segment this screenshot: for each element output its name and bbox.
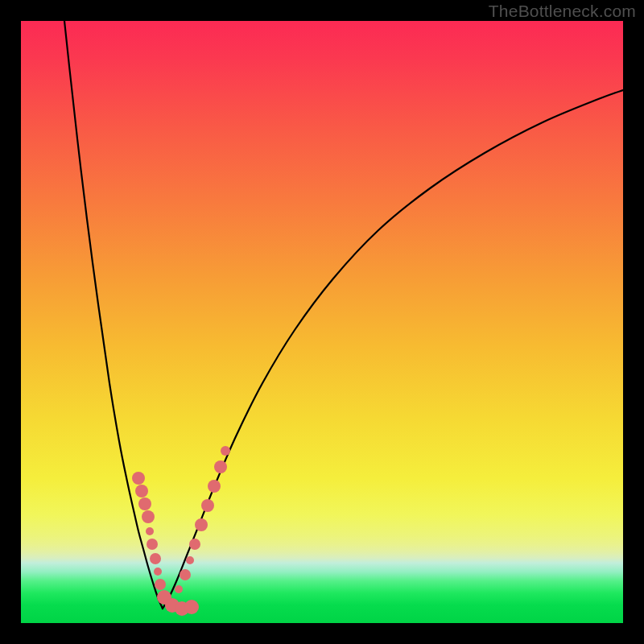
bead-point (135, 485, 148, 497)
bead-point (155, 579, 166, 590)
bead-point (186, 556, 194, 564)
bead-point (154, 568, 162, 576)
bead-point (201, 499, 214, 512)
bead-point (189, 539, 200, 550)
bead-point (214, 460, 227, 473)
plot-area (21, 21, 623, 623)
bead-point (221, 446, 230, 456)
bead-point (175, 585, 183, 593)
beads-group (132, 446, 230, 616)
bead-point (195, 518, 208, 531)
watermark-text: TheBottleneck.com (489, 2, 636, 21)
bead-point (150, 553, 161, 564)
bead-point (132, 472, 145, 485)
bead-point (184, 600, 199, 614)
bead-point (147, 539, 158, 550)
right-branch-curve (163, 90, 623, 609)
chart-frame: TheBottleneck.com (0, 0, 644, 644)
bead-point (208, 480, 221, 493)
bead-point (138, 497, 151, 510)
bead-point (180, 569, 191, 580)
bead-point (146, 527, 154, 535)
curve-layer (21, 21, 623, 623)
bead-point (142, 510, 155, 523)
